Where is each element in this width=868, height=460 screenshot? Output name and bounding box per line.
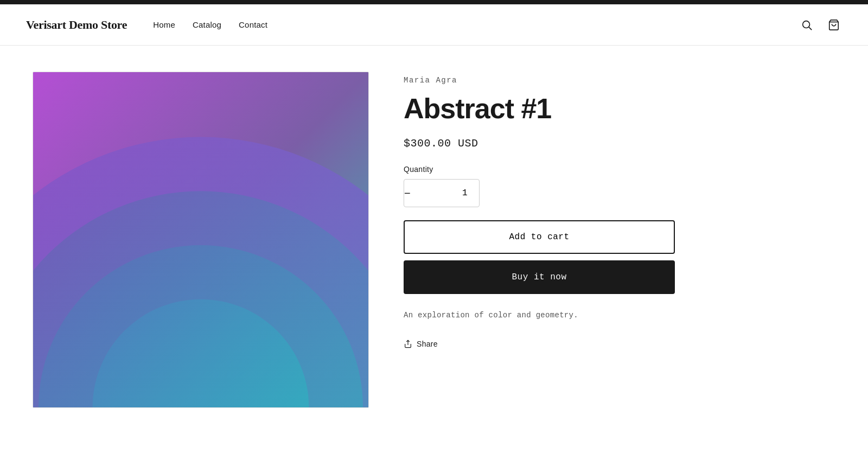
add-to-cart-button[interactable]: Add to cart (404, 220, 675, 254)
header: Verisart Demo Store Home Catalog Contact (0, 4, 868, 46)
product-artwork (33, 72, 368, 407)
decrement-button[interactable]: − (404, 180, 411, 207)
cart-button[interactable] (826, 17, 842, 33)
quantity-stepper: − + (404, 179, 480, 207)
product-info: Maria Agra Abstract #1 $300.00 USD Quant… (404, 72, 675, 348)
header-left: Verisart Demo Store Home Catalog Contact (26, 18, 267, 32)
nav-contact[interactable]: Contact (239, 20, 267, 29)
share-button[interactable]: Share (404, 340, 438, 348)
product-description: An exploration of color and geometry. (404, 309, 675, 322)
nav-catalog[interactable]: Catalog (193, 20, 221, 29)
quantity-label: Quantity (404, 165, 675, 174)
main-nav: Home Catalog Contact (153, 20, 267, 29)
artist-name: Maria Agra (404, 76, 675, 85)
share-icon (404, 340, 412, 348)
buy-now-button[interactable]: Buy it now (404, 260, 675, 294)
quantity-input[interactable] (411, 188, 480, 198)
main-content: Maria Agra Abstract #1 $300.00 USD Quant… (0, 46, 868, 460)
svg-point-0 (803, 21, 810, 28)
cart-icon (828, 19, 840, 31)
store-name: Verisart Demo Store (26, 18, 127, 32)
product-image (33, 72, 369, 408)
header-right (799, 17, 842, 33)
share-label: Share (417, 340, 438, 348)
search-button[interactable] (799, 17, 815, 33)
top-bar (0, 0, 868, 4)
product-title: Abstract #1 (404, 93, 675, 124)
product-price: $300.00 USD (404, 137, 675, 150)
search-icon (801, 19, 813, 31)
svg-line-1 (809, 27, 812, 30)
nav-home[interactable]: Home (153, 20, 175, 29)
